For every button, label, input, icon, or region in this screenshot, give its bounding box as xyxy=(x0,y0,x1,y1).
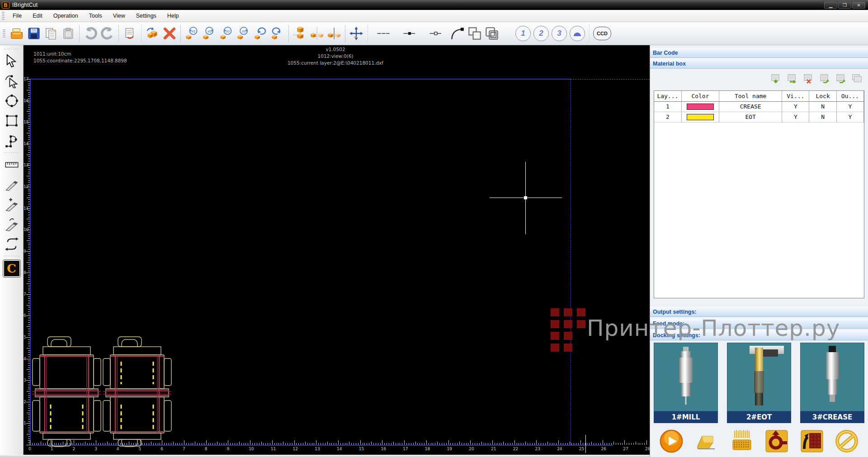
group-button[interactable] xyxy=(483,24,500,43)
import-box-button[interactable] xyxy=(144,24,161,43)
dieline-drawing[interactable] xyxy=(24,45,650,457)
output-doc-button[interactable] xyxy=(121,24,138,43)
undo-button[interactable] xyxy=(82,24,99,43)
paste-button[interactable] xyxy=(60,24,77,43)
material-table[interactable]: Lay...ColorTool nameVi...LockOu...1CREAS… xyxy=(654,91,864,122)
stop-button[interactable] xyxy=(833,428,861,454)
visible-cell[interactable]: Y xyxy=(782,101,809,112)
array-copy-button[interactable] xyxy=(291,24,308,43)
view-2-button[interactable]: 2 xyxy=(533,26,549,41)
output-cell[interactable]: Y xyxy=(836,101,863,112)
select-tool-button[interactable] xyxy=(2,52,21,71)
tool-card-eot[interactable]: 2#EOT xyxy=(727,343,791,426)
tool-name-cell[interactable]: CREASE xyxy=(719,101,782,112)
ccd-button[interactable]: CCD xyxy=(593,27,611,40)
rotate-cw-45-button[interactable]: 45 xyxy=(200,24,217,43)
lock-cell[interactable]: N xyxy=(809,101,836,112)
ruler-tick xyxy=(508,443,508,445)
view-all-button[interactable] xyxy=(570,26,585,41)
mirror-v-button[interactable] xyxy=(326,24,343,43)
restore-button[interactable]: ❐ xyxy=(838,2,851,9)
output-settings-header[interactable]: Output settings: xyxy=(650,307,868,317)
tool-name-cell[interactable]: EOT xyxy=(719,112,782,122)
rotate-feed-button[interactable] xyxy=(763,428,791,454)
grid-route-button[interactable] xyxy=(798,428,826,454)
column-header[interactable]: Vi... xyxy=(782,91,809,101)
menu-item-tools[interactable]: Tools xyxy=(84,11,108,21)
polyline-tool-button[interactable] xyxy=(2,131,21,150)
layer-add-button[interactable] xyxy=(769,73,781,84)
layer-import-button[interactable] xyxy=(835,73,846,84)
column-header[interactable]: Lay... xyxy=(654,91,681,101)
rotate-cw-button[interactable] xyxy=(269,24,286,43)
line-style-plain-button[interactable] xyxy=(370,24,396,43)
column-header[interactable]: Tool name xyxy=(719,91,782,101)
start-button[interactable] xyxy=(657,428,685,454)
tool-card-mill[interactable]: 1#MILL xyxy=(654,343,718,426)
view-1-button[interactable]: 1 xyxy=(515,26,531,41)
layer-row[interactable]: 1CREASEYNY xyxy=(654,101,864,112)
minimize-button[interactable]: ▁ xyxy=(824,2,837,9)
knife-curve-tool-button[interactable] xyxy=(2,215,21,234)
layer-copy-button[interactable] xyxy=(851,73,863,84)
layer-delete-button[interactable] xyxy=(802,73,814,84)
rotate-ccw-90-button[interactable]: 90 xyxy=(217,24,235,43)
rotate-cw-90-button[interactable]: 90 xyxy=(235,24,252,43)
feed-button[interactable] xyxy=(692,428,720,454)
loop-tool-button[interactable] xyxy=(2,235,21,254)
brush-button[interactable] xyxy=(727,428,755,454)
rotate-ccw-button[interactable] xyxy=(252,24,269,43)
knife-add-tool-button[interactable] xyxy=(2,195,21,214)
layer-number-cell[interactable]: 2 xyxy=(654,112,681,122)
column-header[interactable]: Ou... xyxy=(836,91,863,101)
menu-item-operation[interactable]: Operation xyxy=(48,11,84,21)
rotate-ccw-45-button[interactable]: 45 xyxy=(183,24,200,43)
arc-node-button[interactable] xyxy=(449,24,466,43)
save-button[interactable] xyxy=(25,24,42,43)
close-button[interactable]: ✕ xyxy=(852,2,865,9)
line-style-node-filled-button[interactable] xyxy=(396,24,423,43)
feed-mode-header[interactable]: Feed mode: xyxy=(650,319,868,329)
weld-button[interactable] xyxy=(466,24,483,43)
layer-insert-button[interactable] xyxy=(786,73,797,84)
circle-tool-button[interactable] xyxy=(2,91,21,110)
menu-item-edit[interactable]: Edit xyxy=(27,11,48,21)
column-header[interactable]: Lock xyxy=(809,91,836,101)
layer-color-cell[interactable] xyxy=(681,112,719,122)
move-button[interactable] xyxy=(348,24,365,43)
view-3-button[interactable]: 3 xyxy=(552,26,567,41)
menu-item-file[interactable]: File xyxy=(7,11,27,21)
delete-button[interactable] xyxy=(161,24,178,43)
barcode-section-header[interactable]: Bar Code xyxy=(650,48,868,58)
mirror-h-button[interactable] xyxy=(308,24,326,43)
open-button[interactable] xyxy=(8,24,25,43)
docking-settings-header[interactable]: Docking settings: xyxy=(650,330,868,340)
tool-card-crease[interactable]: 3#CREASE xyxy=(800,343,864,426)
knife-tool-button[interactable] xyxy=(2,175,21,194)
menu-item-settings[interactable]: Settings xyxy=(131,11,162,21)
menu-item-help[interactable]: Help xyxy=(162,11,184,21)
copy-button[interactable] xyxy=(42,24,60,43)
lock-cell[interactable]: N xyxy=(809,112,836,122)
column-header[interactable]: Color xyxy=(681,91,719,101)
color-swatch[interactable] xyxy=(687,114,713,120)
ruler-tick xyxy=(525,442,526,445)
ruler-tick xyxy=(215,443,215,445)
materialbox-section-header[interactable]: Material box xyxy=(650,59,868,69)
layer-number-cell[interactable]: 1 xyxy=(654,101,681,112)
tool-part xyxy=(754,371,764,393)
line-style-node-hollow-button[interactable] xyxy=(423,24,449,43)
menu-item-view[interactable]: View xyxy=(108,11,131,21)
layer-color-cell[interactable] xyxy=(681,101,719,112)
rectangle-tool-button[interactable] xyxy=(2,111,21,130)
ruler-tick xyxy=(26,402,30,402)
redo-button[interactable] xyxy=(99,24,116,43)
node-edit-tool-button[interactable] xyxy=(2,71,21,90)
visible-cell[interactable]: Y xyxy=(782,112,809,122)
color-swatch[interactable] xyxy=(687,104,713,110)
drawing-canvas[interactable]: 1011:unit:10cm 1055:coordinate:2295.1708… xyxy=(24,45,650,457)
output-cell[interactable]: Y xyxy=(836,112,863,122)
ruler-tool-button[interactable] xyxy=(2,155,21,174)
layer-row[interactable]: 2EOTYNY xyxy=(654,112,864,122)
layer-export-button[interactable] xyxy=(818,73,830,84)
